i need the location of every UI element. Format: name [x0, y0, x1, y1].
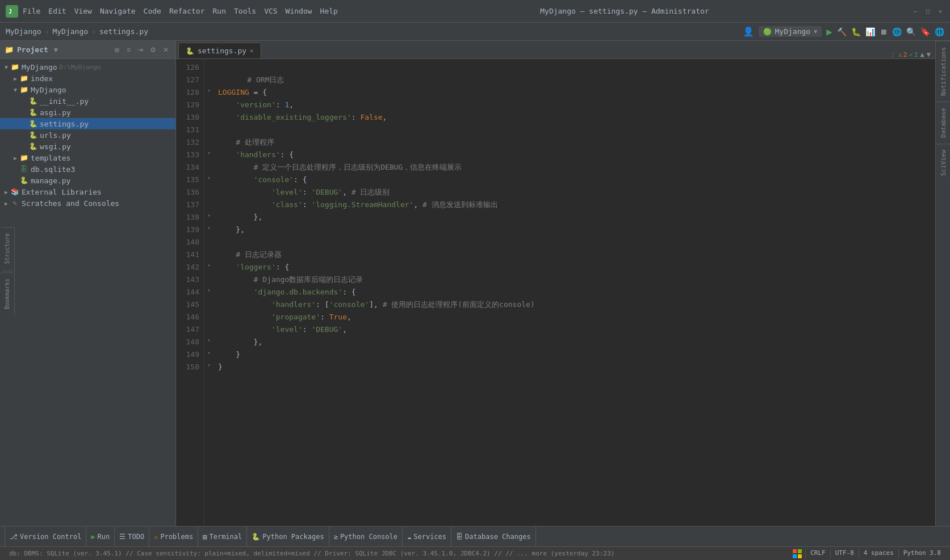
indent-status[interactable]: 4 spaces — [859, 549, 898, 558]
terminal-tool[interactable]: ▤ Terminal — [198, 527, 247, 547]
run-tool[interactable]: ▶ Run — [86, 527, 115, 547]
run-button[interactable]: ▶ — [826, 26, 832, 37]
fold-150[interactable]: ▾ — [204, 359, 214, 371]
scroll-up-button[interactable]: ▲ — [920, 50, 924, 58]
scview-tab[interactable]: SciView — [936, 144, 950, 182]
fold-149[interactable]: ▾ — [204, 346, 214, 359]
coverage-button[interactable]: 📊 — [865, 27, 875, 36]
python-version-status[interactable]: Python 3.8 — [898, 549, 945, 558]
fold-144[interactable]: ▾ — [204, 284, 214, 296]
search-icon[interactable]: 🔍 — [906, 27, 916, 36]
tree-item-ext-libs[interactable]: ▶ 📚 External Libraries — [0, 186, 175, 197]
tree-item-manage[interactable]: 🐍 manage.py — [0, 175, 175, 186]
translate-icon[interactable]: 🌐 — [892, 27, 902, 36]
tree-item-wsgi[interactable]: 🐍 wsgi.py — [0, 141, 175, 152]
fold-135[interactable]: ▾ — [204, 171, 214, 184]
database-changes-tool[interactable]: 🗄 Database Changes — [451, 527, 536, 547]
run-config-icon: 🟢 — [763, 28, 772, 36]
fold-138[interactable]: ▾ — [204, 209, 214, 221]
svg-rect-4 — [793, 554, 797, 558]
line-endings-status[interactable]: CRLF — [805, 549, 830, 558]
structure-tab[interactable]: Structure — [1, 227, 13, 270]
python-packages-tool[interactable]: 🐍 Python Packages — [247, 527, 329, 547]
project-dropdown-icon[interactable]: ▼ — [54, 46, 58, 54]
encoding-status[interactable]: UTF-8 — [830, 549, 859, 558]
run-config[interactable]: 🟢 MyDjango ▼ — [759, 26, 822, 37]
settings-button[interactable]: ⚙ — [148, 45, 158, 55]
tree-item-asgi[interactable]: 🐍 asgi.py — [0, 107, 175, 118]
breadcrumb-file[interactable]: settings.py — [99, 27, 148, 36]
menu-edit[interactable]: Edit — [48, 7, 66, 15]
python-packages-icon: 🐍 — [252, 533, 260, 541]
tree-item-db[interactable]: 🗄 db.sqlite3 — [0, 163, 175, 175]
scroll-down-button[interactable]: ▼ — [927, 50, 931, 58]
menu-run[interactable]: Run — [213, 7, 226, 15]
menu-tools[interactable]: Tools — [234, 7, 256, 15]
problems-tool[interactable]: ⚠ Problems — [149, 527, 198, 547]
version-control-tool[interactable]: ⎇ Version Control — [5, 527, 86, 547]
tab-list-button[interactable]: ⋮ — [890, 51, 896, 58]
urls-py-icon: 🐍 — [28, 130, 37, 140]
fold-142[interactable]: ▾ — [204, 259, 214, 271]
bookmarks-tab[interactable]: Bookmarks — [1, 272, 13, 315]
minimize-button[interactable]: — — [911, 7, 919, 15]
tree-item-settings[interactable]: 🐍 settings.py — [0, 118, 175, 129]
tree-item-index[interactable]: ▶ 📁 index — [0, 73, 175, 84]
window-controls[interactable]: — □ ✕ — [911, 7, 944, 15]
menu-view[interactable]: View — [74, 7, 92, 15]
fold-133[interactable]: ▾ — [204, 146, 214, 159]
menu-help[interactable]: Help — [320, 7, 338, 15]
bookmark-icon[interactable]: 🔖 — [920, 27, 930, 36]
scope-button[interactable]: ⊕ — [112, 45, 122, 55]
mydjango-folder-label: MyDjango — [31, 86, 66, 94]
build-button[interactable]: 🔨 — [837, 27, 847, 36]
collapse-all-button[interactable]: ≡ — [124, 45, 133, 55]
scroll-from-source-button[interactable]: ⇥ — [135, 45, 145, 55]
tab-close-button[interactable]: ✕ — [250, 47, 254, 54]
debug-button[interactable]: 🐛 — [851, 27, 861, 36]
user-icon[interactable]: 👤 — [743, 26, 754, 37]
menu-bar[interactable]: File Edit View Navigate Code Refactor Ru… — [23, 7, 338, 15]
window-title: MyDjango – settings.py – Administrator — [342, 7, 907, 15]
code-line-128: LOGGING = { — [218, 86, 935, 99]
close-button[interactable]: ✕ — [936, 7, 944, 15]
menu-window[interactable]: Window — [286, 7, 312, 15]
avatar-icon[interactable]: 🌐 — [935, 27, 944, 36]
code-editor[interactable]: # ORM日志 LOGGING = { 'version' : 1 , 'dis… — [214, 59, 935, 526]
fold-139[interactable]: ▾ — [204, 221, 214, 234]
notifications-tab[interactable]: Notifications — [936, 41, 950, 102]
tree-item-urls[interactable]: 🐍 urls.py — [0, 129, 175, 141]
fold-127 — [204, 71, 214, 84]
tree-item-templates[interactable]: ▶ 📁 templates — [0, 152, 175, 163]
tree-item-scratches[interactable]: ▶ ✎ Scratches and Consoles — [0, 197, 175, 209]
fold-148[interactable]: ▾ — [204, 334, 214, 346]
menu-navigate[interactable]: Navigate — [100, 7, 136, 15]
editor-area: 🐍 settings.py ✕ ⋮ ⚠ 2 ✓ 1 ▲ ▼ — [176, 41, 935, 526]
terminal-icon: ▤ — [203, 533, 207, 541]
tab-settings-py[interactable]: 🐍 settings.py ✕ — [178, 43, 261, 58]
code-line-139: }, — [218, 224, 935, 236]
todo-tool[interactable]: ☰ TODO — [115, 527, 149, 547]
editor-content: 126 127 128 129 130 131 132 133 134 135 … — [176, 59, 935, 526]
fold-128[interactable]: ▾ — [204, 84, 214, 96]
tree-item-mydjango-folder[interactable]: ▼ 📁 MyDjango — [0, 84, 175, 95]
python-console-tool[interactable]: ≥ Python Console — [329, 527, 403, 547]
database-changes-icon: 🗄 — [456, 533, 463, 541]
stop-button[interactable]: ⏹ — [880, 27, 888, 36]
mydjango-folder-icon: 📁 — [19, 85, 28, 94]
breadcrumb-middle[interactable]: MyDjango — [52, 27, 88, 36]
code-line-143: # Django数据库后端的日志记录 — [218, 273, 935, 286]
hide-button[interactable]: ✕ — [161, 45, 171, 55]
database-tab[interactable]: Database — [936, 102, 950, 144]
menu-vcs[interactable]: VCS — [264, 7, 277, 15]
tree-item-init[interactable]: 🐍 __init__.py — [0, 95, 175, 107]
db-status: db: DBMS: SQLite (ver. 3.45.1) // Case s… — [5, 550, 619, 557]
menu-refactor[interactable]: Refactor — [169, 7, 205, 15]
maximize-button[interactable]: □ — [924, 7, 932, 15]
menu-file[interactable]: File — [23, 7, 40, 15]
breadcrumb-root[interactable]: MyDjango — [6, 27, 41, 36]
services-tool[interactable]: ☁ Services — [403, 527, 451, 547]
tree-item-mydjango-root[interactable]: ▼ 📁 MyDjango D:\MyDjango — [0, 61, 175, 73]
menu-code[interactable]: Code — [144, 7, 161, 15]
code-line-131 — [218, 124, 935, 136]
